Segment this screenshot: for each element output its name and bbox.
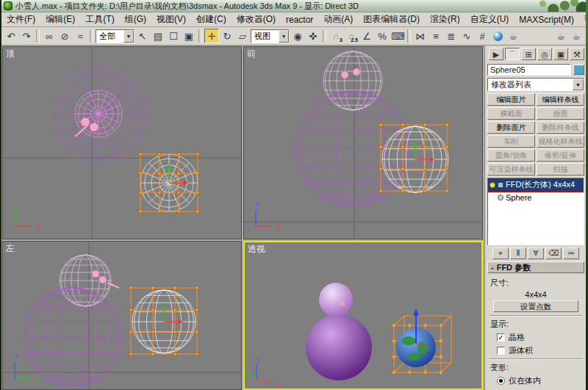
- snaps-25-toggle-icon[interactable]: ∩ 2.5: [344, 29, 359, 43]
- menu-modifiers[interactable]: 修改器(O): [232, 12, 281, 27]
- viewport-perspective-label[interactable]: 透视: [248, 243, 265, 256]
- tab-hierarchy-icon[interactable]: ⊞: [521, 48, 536, 60]
- chevron-down-icon[interactable]: ▼: [573, 79, 584, 90]
- bind-to-space-warp-icon[interactable]: ≈: [73, 29, 87, 43]
- object-color-swatch[interactable]: [573, 65, 584, 75]
- configure-modifier-sets-icon[interactable]: ≔: [563, 248, 579, 259]
- sweep-button[interactable]: 扫描: [537, 163, 584, 176]
- keyboard-override-icon[interactable]: ⌨: [390, 29, 405, 43]
- align-icon[interactable]: ≡: [429, 29, 443, 43]
- quick-render-icon[interactable]: ☕: [569, 29, 584, 43]
- source-volume-checkbox[interactable]: [497, 347, 505, 355]
- select-by-name-icon[interactable]: ▤: [151, 29, 165, 43]
- edit-patch-button[interactable]: 编辑面片: [487, 93, 535, 106]
- surface-button[interactable]: 曲面: [537, 107, 584, 120]
- render-last-icon[interactable]: ☕: [553, 29, 568, 43]
- viewport-left-label[interactable]: 左: [6, 242, 15, 255]
- cross-section-button[interactable]: 横截面: [487, 107, 535, 120]
- viewport-perspective[interactable]: xyz 透视: [243, 241, 483, 390]
- viewport-front[interactable]: xz 前: [243, 46, 483, 239]
- menu-edit[interactable]: 编辑(E): [40, 12, 80, 27]
- menu-maxscript[interactable]: MAXScript(M): [514, 13, 579, 26]
- layer-manager-icon[interactable]: ≣: [444, 29, 459, 43]
- selection-filter-dropdown[interactable]: 全部 ▼: [96, 29, 135, 43]
- select-and-manipulate-icon[interactable]: ✜: [306, 29, 320, 43]
- delete-spline-button[interactable]: 删除样条线: [537, 121, 584, 134]
- tab-display-icon[interactable]: ▣: [553, 48, 568, 60]
- lattice-label: 晶格: [509, 332, 525, 343]
- show-end-result-icon[interactable]: Ⅱ: [510, 248, 526, 259]
- ffd-parameters-rollout-header[interactable]: - FFD 参数: [487, 261, 584, 273]
- chevron-down-icon[interactable]: ▼: [123, 30, 134, 43]
- rectangular-selection-region-icon[interactable]: ☐: [166, 29, 181, 43]
- viewport-front-label[interactable]: 前: [247, 48, 256, 60]
- selection-filter-value: 全部: [99, 31, 121, 42]
- window-titlebar[interactable]: 小雪人.max - 项目文件夹: D:\用户目录\我的文档\3dsmax - A…: [1, 0, 586, 12]
- stack-item-ffd[interactable]: FFD(长方体) 4x4x4: [488, 178, 584, 191]
- mirror-icon[interactable]: ⋈: [413, 29, 428, 43]
- toolbar-separator: [36, 29, 40, 43]
- menu-create[interactable]: 创建(C): [191, 12, 232, 27]
- fillet-chamfer-button[interactable]: 圆角/切角: [487, 149, 535, 162]
- collapse-icon[interactable]: -: [491, 263, 494, 272]
- menu-customize[interactable]: 自定义(U): [465, 12, 514, 27]
- unlink-selection-icon[interactable]: ⊘: [57, 29, 72, 43]
- reference-coordinate-dropdown[interactable]: 视图 ▼: [251, 29, 290, 43]
- select-object-icon[interactable]: ↖: [135, 29, 150, 43]
- schematic-view-icon[interactable]: #: [475, 29, 490, 43]
- object-name-field[interactable]: Sphere05: [487, 64, 571, 76]
- undo-icon[interactable]: ↶: [4, 29, 18, 43]
- snaps-toggle-icon[interactable]: ∩ 3: [329, 29, 343, 43]
- viewport-top[interactable]: xy 顶: [2, 46, 242, 239]
- snap-mode-label: 2.5: [351, 37, 358, 43]
- menu-graph-editors[interactable]: 图表编辑器(D): [358, 12, 425, 27]
- percent-snap-icon[interactable]: %: [375, 29, 390, 43]
- modifier-icon: [498, 182, 503, 188]
- stack-item-sphere[interactable]: Sphere: [488, 191, 584, 203]
- lightbulb-icon[interactable]: [490, 182, 495, 188]
- make-unique-icon[interactable]: ∀: [528, 248, 544, 259]
- material-editor-icon[interactable]: [490, 29, 505, 43]
- select-and-scale-icon[interactable]: ▱: [235, 29, 250, 43]
- select-and-link-icon[interactable]: ∞: [42, 29, 57, 43]
- tab-create-icon[interactable]: ▶: [489, 48, 503, 60]
- viewport-front-canvas[interactable]: xz: [244, 47, 482, 239]
- chevron-down-icon[interactable]: ▼: [279, 30, 289, 43]
- normalize-spline-button[interactable]: 规格化样条线: [537, 135, 584, 148]
- tab-motion-icon[interactable]: ◎: [537, 48, 552, 60]
- render-setup-icon[interactable]: ☕: [506, 29, 520, 43]
- viewport-perspective-canvas[interactable]: xyz: [245, 242, 481, 389]
- menu-file[interactable]: 文件(F): [1, 12, 40, 27]
- tab-modify-icon[interactable]: ⌒: [505, 48, 520, 60]
- menu-reactor[interactable]: reactor: [281, 13, 318, 26]
- menu-tools[interactable]: 工具(T): [80, 12, 119, 27]
- trim-extend-button[interactable]: 修剪/延伸: [537, 149, 584, 162]
- menu-group[interactable]: 组(G): [120, 12, 151, 27]
- viewport-top-canvas[interactable]: xy: [3, 47, 241, 239]
- svg-text:y: y: [37, 375, 40, 382]
- remove-modifier-icon[interactable]: ⌫: [545, 248, 562, 259]
- pin-stack-icon[interactable]: ⌖: [492, 248, 509, 259]
- menu-views[interactable]: 视图(V): [151, 12, 191, 27]
- modifier-list-dropdown[interactable]: 修改器列表 ▼: [487, 78, 584, 91]
- tab-utilities-icon[interactable]: ⚒: [570, 48, 584, 60]
- lattice-checkbox[interactable]: ✓: [497, 333, 505, 342]
- viewport-left[interactable]: yz 左: [2, 241, 242, 390]
- only-in-volume-radio[interactable]: [497, 377, 505, 385]
- edit-spline-button[interactable]: 编辑样条线: [537, 93, 584, 106]
- select-and-rotate-icon[interactable]: ↻: [220, 29, 234, 43]
- use-center-icon[interactable]: ◉: [290, 29, 305, 43]
- redo-icon[interactable]: ↷: [19, 29, 34, 43]
- set-number-of-points-button[interactable]: 设置点数: [493, 300, 578, 312]
- viewport-top-label[interactable]: 顶: [6, 48, 15, 60]
- angle-snap-icon[interactable]: ∠: [359, 29, 374, 43]
- select-and-move-icon[interactable]: ✛: [204, 29, 219, 43]
- menu-rendering[interactable]: 渲染(R): [425, 12, 465, 27]
- delete-patch-button[interactable]: 删除面片: [487, 121, 535, 134]
- renderable-spline-button[interactable]: 可渲染样条线: [487, 163, 535, 176]
- menu-animation[interactable]: 动画(A): [318, 12, 358, 27]
- viewport-left-canvas[interactable]: yz: [3, 242, 241, 389]
- lathe-button[interactable]: 车削: [487, 135, 535, 148]
- curve-editor-icon[interactable]: ∿: [459, 29, 474, 43]
- window-crossing-icon[interactable]: ▣: [182, 29, 196, 43]
